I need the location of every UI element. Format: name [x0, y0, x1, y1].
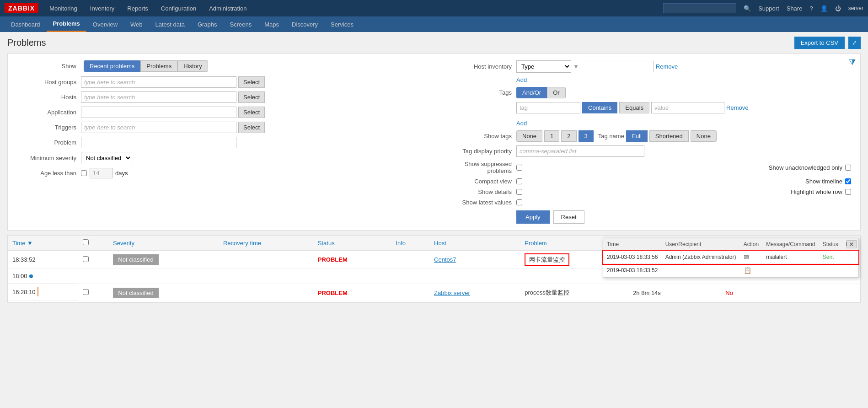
show-problems-btn[interactable]: Problems [140, 60, 177, 72]
row-check[interactable] [78, 284, 108, 302]
nav-administration[interactable]: Administration [207, 5, 248, 12]
apply-button[interactable]: Apply [516, 210, 550, 224]
tag-name-shortened-btn[interactable]: Shortened [649, 130, 689, 142]
host-inventory-type-select[interactable]: Type [516, 60, 571, 73]
host-groups-row: Host groups Select [17, 76, 425, 88]
inventory-remove-link[interactable]: Remove [656, 63, 678, 70]
age-input[interactable] [90, 168, 113, 178]
triggers-input[interactable] [81, 122, 236, 133]
host-groups-select-button[interactable]: Select [238, 76, 265, 88]
hosts-select-button[interactable]: Select [238, 91, 265, 103]
nav-monitoring[interactable]: Monitoring [48, 5, 79, 12]
col-recovery: Recovery time [219, 236, 313, 251]
row-checkbox[interactable] [83, 289, 89, 295]
col-host[interactable]: Host [429, 236, 520, 251]
show-latest-checkbox[interactable] [516, 199, 522, 205]
col-check[interactable] [78, 236, 108, 251]
host-inventory-row: Host inventory Type ▼ Remove [443, 60, 851, 73]
logout-icon[interactable]: ⏻ [835, 5, 841, 12]
show-unack-checkbox[interactable] [845, 165, 851, 171]
popup-col-status: Status [819, 238, 842, 251]
show-timeline-checkbox[interactable] [845, 178, 851, 184]
show-suppressed-checkbox[interactable] [516, 165, 522, 171]
subnav-dashboard[interactable]: Dashboard [5, 16, 47, 32]
application-label: Application [17, 109, 81, 116]
host-inventory-value-input[interactable] [581, 61, 654, 72]
problem-input[interactable] [81, 137, 236, 148]
show-tags-1-btn[interactable]: 1 [544, 130, 559, 142]
global-search-input[interactable] [663, 3, 736, 13]
row-severity: Not classified [108, 251, 219, 269]
host-groups-input[interactable] [81, 76, 236, 88]
show-tags-none-btn[interactable]: None [516, 130, 542, 142]
reset-button[interactable]: Reset [553, 210, 584, 224]
col-time[interactable]: Time ▼ [8, 236, 78, 251]
tags-or-button[interactable]: Or [547, 87, 565, 98]
highlight-row-checkbox[interactable] [845, 189, 851, 195]
tags-label: Tags [443, 89, 516, 96]
row-host[interactable]: Centos7 [429, 251, 520, 269]
search-icon[interactable]: 🔍 [744, 5, 751, 12]
host-link[interactable]: Zabbix server [434, 290, 470, 296]
tag-equals-button[interactable]: Equals [619, 102, 649, 113]
application-select-button[interactable]: Select [238, 107, 265, 118]
tags-andor-button[interactable]: And/Or [516, 87, 547, 98]
popup-box: ✕ Time User/Recipient Action Message/Com… [603, 238, 859, 278]
zabbix-logo[interactable]: ZABBIX [5, 3, 38, 13]
triggers-select-button[interactable]: Select [238, 122, 265, 133]
popup-close-button[interactable]: ✕ [847, 240, 857, 248]
nav-inventory[interactable]: Inventory [88, 5, 116, 12]
share-link[interactable]: Share [787, 5, 803, 12]
row-host[interactable]: Zabbix server [429, 284, 520, 302]
show-tags-2-btn[interactable]: 2 [561, 130, 576, 142]
tag-contains-button[interactable]: Contains [582, 102, 617, 113]
subnav-latest-data[interactable]: Latest data [149, 16, 191, 32]
time-label: 18:00 [12, 273, 27, 279]
show-history-btn[interactable]: History [177, 60, 208, 72]
tag-name-full-btn[interactable]: Full [626, 130, 648, 142]
row-checkbox[interactable] [83, 256, 89, 262]
sub-navigation: Dashboard Problems Overview Web Latest d… [0, 16, 868, 32]
support-link[interactable]: Support [758, 5, 779, 12]
nav-reports[interactable]: Reports [125, 5, 150, 12]
subnav-web[interactable]: Web [124, 16, 149, 32]
show-recent-problems-btn[interactable]: Recent problems [84, 60, 140, 72]
user-icon[interactable]: 👤 [820, 5, 828, 12]
host-link[interactable]: Centos7 [434, 256, 456, 263]
filter-toggle-icon[interactable]: ⧩ [849, 58, 856, 67]
compact-view-checkbox[interactable] [516, 178, 522, 184]
subnav-discovery[interactable]: Discovery [285, 16, 324, 32]
subnav-problems[interactable]: Problems [47, 16, 86, 32]
nav-configuration[interactable]: Configuration [159, 5, 198, 12]
export-to-csv-button[interactable]: Export to CSV [794, 37, 845, 49]
help-icon[interactable]: ? [809, 5, 813, 12]
popup-table: Time User/Recipient Action Message/Comma… [603, 238, 858, 277]
row-check[interactable] [78, 251, 108, 269]
tag-name-input[interactable] [516, 102, 580, 113]
tag-add-link[interactable]: Add [516, 120, 527, 127]
show-tags-3-btn[interactable]: 3 [579, 130, 594, 142]
problem-text[interactable]: process数量监控 [525, 289, 569, 296]
subnav-maps[interactable]: Maps [258, 16, 285, 32]
expand-button[interactable]: ⤢ [848, 37, 861, 49]
subnav-graphs[interactable]: Graphs [191, 16, 224, 32]
inventory-add-link[interactable]: Add [516, 76, 527, 83]
col-severity[interactable]: Severity [108, 236, 219, 251]
subnav-screens[interactable]: Screens [224, 16, 258, 32]
tag-priority-input[interactable] [516, 145, 644, 157]
subnav-overview[interactable]: Overview [86, 16, 124, 32]
popup-col-time: Time [603, 238, 662, 251]
hosts-input[interactable] [81, 91, 236, 103]
subnav-services[interactable]: Services [324, 16, 360, 32]
age-checkbox[interactable] [81, 170, 87, 176]
tag-value-input[interactable] [651, 102, 724, 113]
select-all-checkbox[interactable] [83, 239, 89, 245]
table-row: 16:28:10 Not classified PROBLEM Zabbix s… [8, 284, 860, 302]
tag-remove-link[interactable]: Remove [726, 104, 748, 111]
tag-name-none-btn[interactable]: None [691, 130, 717, 142]
problem-cell[interactable]: 网卡流量监控 [525, 253, 569, 266]
min-severity-select[interactable]: Not classified Information Warning Avera… [81, 152, 132, 164]
show-details-checkbox[interactable] [516, 189, 522, 195]
application-input[interactable] [81, 107, 236, 118]
host-inventory-label: Host inventory [443, 63, 516, 70]
